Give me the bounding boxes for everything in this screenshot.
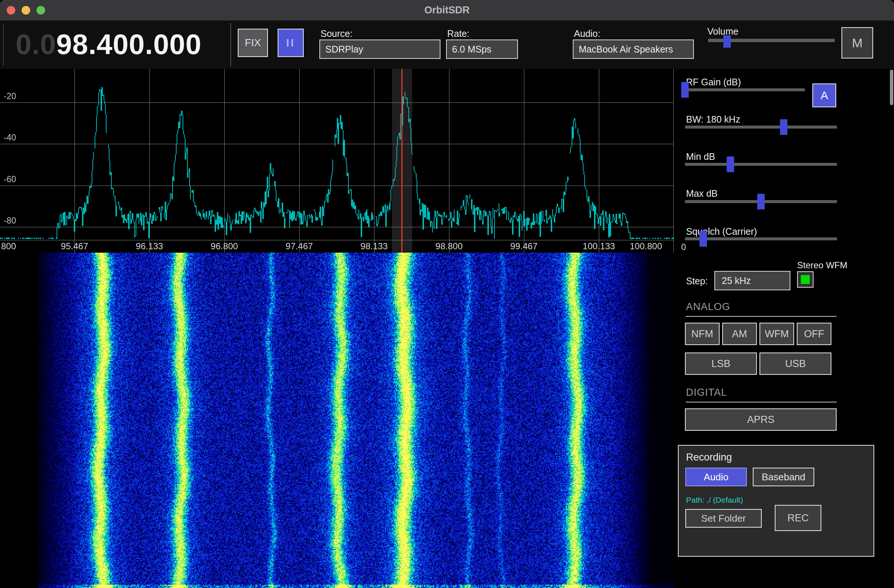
db-tick-label: -80 <box>4 216 16 226</box>
min-db-label: Min dB <box>686 151 715 162</box>
analog-section-header: ANALOG <box>686 301 730 313</box>
squelch-value: 0 <box>681 242 686 252</box>
digital-section-header: DIGITAL <box>686 387 727 398</box>
digital-section-rule <box>686 402 837 403</box>
mode-button-lsb[interactable]: LSB <box>685 353 757 375</box>
audio-label: Audio: <box>574 28 600 39</box>
frequency-display[interactable]: 0.098.400.000 <box>16 21 202 69</box>
source-select[interactable]: SDRPlay <box>319 39 441 59</box>
squelch-slider-handle[interactable] <box>699 231 707 247</box>
rf-gain-slider-track[interactable] <box>685 88 805 91</box>
spectrum-canvas <box>0 69 674 253</box>
freq-tick-label: 98.800 <box>435 241 462 252</box>
max-db-slider-handle[interactable] <box>757 194 765 210</box>
bandwidth-label: BW: 180 kHz <box>686 114 740 125</box>
mode-button-nfm[interactable]: NFM <box>685 323 720 345</box>
max-db-label: Max dB <box>686 188 718 199</box>
squelch-slider-track[interactable] <box>685 237 837 240</box>
source-label: Source: <box>320 28 353 39</box>
volume-label: Volume <box>707 26 738 37</box>
bandwidth-slider-handle[interactable] <box>780 119 787 135</box>
fix-button[interactable]: FIX <box>238 29 268 57</box>
waterfall-display[interactable] <box>38 253 674 588</box>
panel-scrollbar-thumb[interactable] <box>890 70 893 105</box>
toolbar-left-edge <box>3 23 4 66</box>
volume-slider-handle[interactable] <box>723 35 731 48</box>
stereo-wfm-label: Stereo WFM <box>797 260 847 270</box>
freq-tick-label: 100.133 <box>583 241 615 252</box>
min-db-slider-track[interactable] <box>685 163 837 166</box>
set-folder-button[interactable]: Set Folder <box>685 509 762 528</box>
mode-button-wfm[interactable]: WFM <box>760 323 794 345</box>
window-title: OrbitSDR <box>0 0 894 21</box>
freq-tick-label: 800 <box>1 241 16 252</box>
recording-title: Recording <box>686 452 732 463</box>
mute-button[interactable]: M <box>841 27 873 59</box>
record-audio-button[interactable]: Audio <box>685 467 747 486</box>
toolbar-separator <box>230 23 231 66</box>
toolbar: 0.098.400.000 FIX II Source: SDRPlay Rat… <box>0 21 894 69</box>
pause-button[interactable]: II <box>278 29 304 57</box>
mode-button-am[interactable]: AM <box>722 323 757 345</box>
step-select[interactable]: 25 kHz <box>714 271 790 290</box>
step-label: Step: <box>686 276 708 286</box>
frequency-leading-zeros: 0.0 <box>16 28 56 60</box>
mode-button-off[interactable]: OFF <box>797 323 831 345</box>
rec-button[interactable]: REC <box>775 505 822 531</box>
squelch-label: Squelch (Carrier) <box>686 226 757 237</box>
mode-button-usb[interactable]: USB <box>760 353 831 375</box>
title-bar: OrbitSDR <box>0 0 894 21</box>
freq-tick-label: 97.467 <box>285 241 313 252</box>
spectrum-display[interactable]: -20-40-60-80 <box>0 69 674 253</box>
freq-tick-label: 96.800 <box>211 241 238 252</box>
bandwidth-slider-track[interactable] <box>685 125 837 128</box>
mode-button-aprs[interactable]: APRS <box>685 409 837 431</box>
rf-gain-slider-handle[interactable] <box>681 82 689 98</box>
rate-select[interactable]: 6.0 MSps <box>446 39 518 59</box>
db-tick-label: -20 <box>4 91 16 101</box>
rate-label: Rate: <box>447 28 470 39</box>
record-baseband-button[interactable]: Baseband <box>753 467 814 486</box>
db-tick-label: -40 <box>4 133 16 143</box>
audio-select[interactable]: MacBook Air Speakers <box>573 39 694 59</box>
freq-tick-label: 95.467 <box>61 241 88 252</box>
db-tick-label: -60 <box>4 174 16 184</box>
tuning-frequency-line[interactable] <box>401 69 402 253</box>
analog-section-rule <box>686 316 837 317</box>
freq-tick-label: 100.800 <box>630 241 662 252</box>
recording-path-text: Path: ./ (Default) <box>686 496 743 505</box>
app-window: OrbitSDR 0.098.400.000 FIX II Source: SD… <box>0 0 894 588</box>
min-db-slider-handle[interactable] <box>727 157 734 172</box>
checkbox-checked-mark <box>801 275 810 284</box>
freq-tick-label: 98.133 <box>360 241 388 252</box>
stereo-wfm-checkbox[interactable] <box>797 271 814 288</box>
rf-gain-label: RF Gain (dB) <box>686 77 741 87</box>
freq-tick-label: 96.133 <box>136 241 163 252</box>
frequency-value: 98.400.000 <box>56 28 202 60</box>
freq-tick-label: 99.467 <box>510 241 538 252</box>
agc-auto-button[interactable]: A <box>812 83 836 107</box>
